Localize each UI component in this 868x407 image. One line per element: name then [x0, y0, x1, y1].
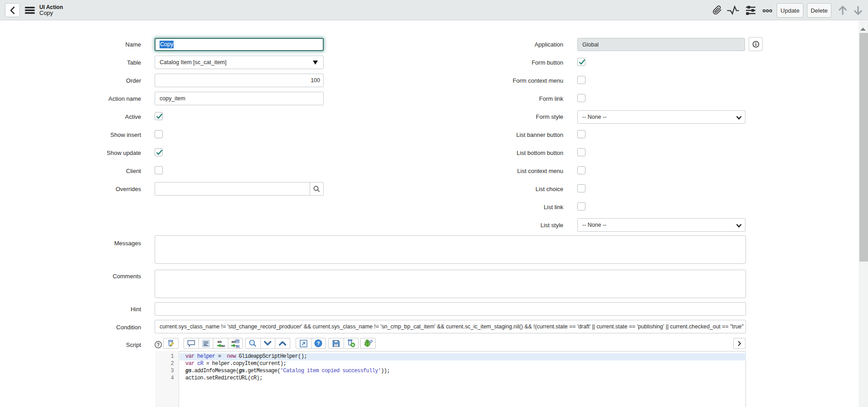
svg-text:?: ? [157, 342, 160, 347]
svg-text:ac: ac [221, 344, 225, 348]
svg-text:ab: ab [231, 340, 236, 344]
svg-text:?: ? [317, 341, 320, 346]
svg-text:ab: ab [217, 340, 222, 344]
svg-text:ac: ac [236, 344, 240, 348]
